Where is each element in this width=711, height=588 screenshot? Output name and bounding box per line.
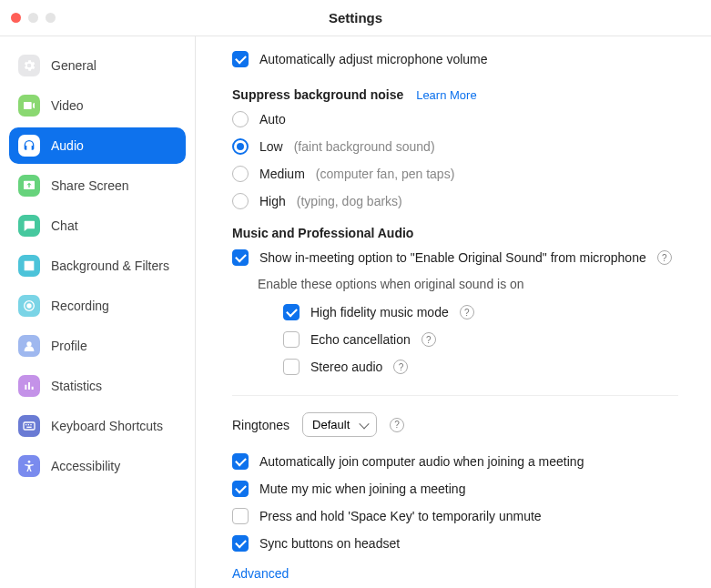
svg-rect-6 <box>30 424 31 425</box>
svg-point-2 <box>26 341 31 346</box>
suppress-auto-radio[interactable] <box>232 111 249 127</box>
original-sound-label: Show in-meeting option to "Enable Origin… <box>259 250 646 265</box>
info-icon[interactable] <box>393 360 408 374</box>
share-screen-icon <box>18 175 40 197</box>
sidebar-item-background[interactable]: Background & Filters <box>9 248 186 284</box>
sidebar-item-label: Chat <box>51 218 78 233</box>
sidebar-item-keyboard[interactable]: Keyboard Shortcuts <box>9 408 186 444</box>
statistics-icon <box>18 375 40 397</box>
suppress-medium-hint: (computer fan, pen taps) <box>316 167 455 181</box>
suppress-high-label: High <box>259 194 286 208</box>
chat-icon <box>18 215 40 237</box>
recording-icon <box>18 295 40 317</box>
sidebar-item-accessibility[interactable]: Accessibility <box>9 448 186 484</box>
sidebar-item-video[interactable]: Video <box>9 87 186 124</box>
sidebar-item-chat[interactable]: Chat <box>9 208 186 244</box>
window-minimize-button[interactable] <box>28 13 38 23</box>
background-icon <box>18 255 40 277</box>
suppress-medium-radio[interactable] <box>232 166 249 182</box>
sidebar-item-general[interactable]: General <box>9 47 186 84</box>
content-pane: Automatically adjust microphone volume S… <box>196 36 711 588</box>
sync-headset-checkbox[interactable] <box>232 535 249 552</box>
window-close-button[interactable] <box>11 13 21 23</box>
suppress-high-radio[interactable] <box>232 193 249 209</box>
space-unmute-checkbox[interactable] <box>232 508 249 524</box>
gear-icon <box>18 55 40 76</box>
sync-headset-label: Sync buttons on headset <box>259 536 400 551</box>
ringtones-label: Ringtones <box>232 418 289 432</box>
sidebar-item-label: Video <box>51 98 84 113</box>
sidebar-item-label: Recording <box>51 299 109 313</box>
sidebar-item-label: General <box>51 58 96 73</box>
advanced-link[interactable]: Advanced <box>232 566 678 581</box>
auto-join-audio-label: Automatically join computer audio when j… <box>259 454 584 469</box>
svg-point-1 <box>26 303 31 308</box>
ringtones-select[interactable]: Default <box>302 412 377 437</box>
suppress-low-hint: (faint background sound) <box>294 139 435 154</box>
sidebar-item-recording[interactable]: Recording <box>9 288 186 324</box>
original-sound-checkbox[interactable] <box>232 249 249 266</box>
sidebar-item-statistics[interactable]: Statistics <box>9 368 186 404</box>
info-icon[interactable] <box>390 418 404 432</box>
auto-join-audio-checkbox[interactable] <box>232 453 249 470</box>
info-icon[interactable] <box>460 305 474 319</box>
svg-rect-3 <box>24 422 35 430</box>
info-icon[interactable] <box>422 332 436 347</box>
titlebar: Settings <box>0 0 711 36</box>
traffic-lights <box>0 13 56 23</box>
sidebar-item-label: Accessibility <box>51 459 120 473</box>
window-title: Settings <box>0 10 711 25</box>
suppress-auto-label: Auto <box>259 112 286 127</box>
suppress-noise-heading: Suppress background noise Learn More <box>232 87 678 102</box>
high-fidelity-label: High fidelity music mode <box>310 305 449 319</box>
sidebar-item-audio[interactable]: Audio <box>9 127 186 164</box>
svg-rect-7 <box>26 427 31 428</box>
profile-icon <box>18 335 40 357</box>
svg-rect-5 <box>28 424 29 425</box>
suppress-medium-label: Medium <box>259 167 305 181</box>
sidebar-item-label: Keyboard Shortcuts <box>51 419 163 433</box>
space-unmute-label: Press and hold 'Space Key' to temporaril… <box>259 509 542 523</box>
music-pro-audio-heading: Music and Professional Audio <box>232 226 678 240</box>
svg-point-8 <box>28 461 31 463</box>
auto-adjust-volume-label: Automatically adjust microphone volume <box>259 52 488 66</box>
suppress-low-radio[interactable] <box>232 138 249 155</box>
sidebar-item-profile[interactable]: Profile <box>9 328 186 364</box>
enable-options-subheading: Enable these options when original sound… <box>258 277 678 291</box>
sidebar-item-label: Background & Filters <box>51 259 169 273</box>
sidebar-item-label: Share Screen <box>51 178 129 193</box>
sidebar-item-label: Audio <box>51 138 84 153</box>
headphones-icon <box>18 135 40 157</box>
stereo-audio-checkbox[interactable] <box>283 359 300 375</box>
high-fidelity-checkbox[interactable] <box>283 304 300 320</box>
info-icon[interactable] <box>657 250 672 265</box>
keyboard-icon <box>18 415 40 437</box>
mute-on-join-label: Mute my mic when joining a meeting <box>259 482 465 496</box>
suppress-low-label: Low <box>259 139 283 154</box>
suppress-noise-title: Suppress background noise <box>232 87 403 102</box>
stereo-audio-label: Stereo audio <box>310 360 382 374</box>
suppress-high-hint: (typing, dog barks) <box>297 194 402 208</box>
window-zoom-button[interactable] <box>46 13 56 23</box>
learn-more-link[interactable]: Learn More <box>416 88 476 102</box>
sidebar-item-label: Profile <box>51 339 87 353</box>
sidebar: General Video Audio Share Screen Chat <box>0 36 196 588</box>
accessibility-icon <box>18 455 40 477</box>
echo-cancellation-checkbox[interactable] <box>283 331 300 348</box>
divider <box>232 395 678 396</box>
auto-adjust-volume-checkbox[interactable] <box>232 51 249 67</box>
echo-cancellation-label: Echo cancellation <box>310 332 411 347</box>
video-icon <box>18 95 40 117</box>
sidebar-item-share-screen[interactable]: Share Screen <box>9 167 186 204</box>
mute-on-join-checkbox[interactable] <box>232 481 249 497</box>
svg-rect-4 <box>25 424 26 425</box>
sidebar-item-label: Statistics <box>51 379 102 393</box>
